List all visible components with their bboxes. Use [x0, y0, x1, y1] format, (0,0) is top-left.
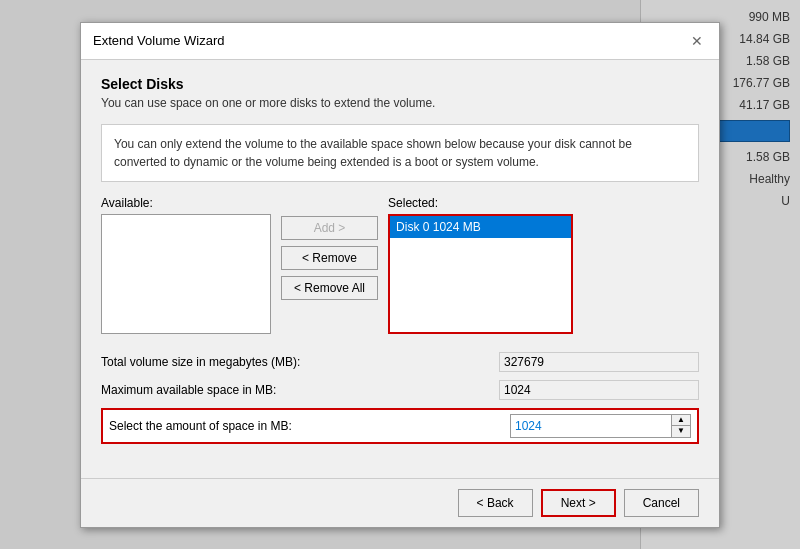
dialog-title: Extend Volume Wizard: [93, 33, 225, 48]
space-input[interactable]: [511, 417, 671, 435]
info-box: You can only extend the volume to the av…: [101, 124, 699, 182]
selected-disk-item[interactable]: Disk 0 1024 MB: [390, 216, 571, 238]
spin-input-container: ▲ ▼: [510, 414, 691, 438]
cancel-button[interactable]: Cancel: [624, 489, 699, 517]
extend-volume-dialog: Extend Volume Wizard ✕ Select Disks You …: [80, 22, 720, 528]
select-space-row: Select the amount of space in MB: ▲ ▼: [101, 408, 699, 444]
available-label: Available:: [101, 196, 271, 210]
spin-down-button[interactable]: ▼: [672, 426, 690, 437]
disk-selection-area: Available: Add > < Remove < Remove All S…: [101, 196, 699, 334]
total-volume-value: 327679: [499, 352, 699, 372]
max-space-label: Maximum available space in MB:: [101, 383, 499, 397]
back-button[interactable]: < Back: [458, 489, 533, 517]
close-button[interactable]: ✕: [687, 31, 707, 51]
dialog-footer: < Back Next > Cancel: [81, 478, 719, 527]
max-space-row: Maximum available space in MB: 1024: [101, 380, 699, 400]
available-col: Available:: [101, 196, 271, 334]
total-volume-row: Total volume size in megabytes (MB): 327…: [101, 352, 699, 372]
action-buttons: Add > < Remove < Remove All: [281, 196, 378, 300]
max-space-value: 1024: [499, 380, 699, 400]
section-title: Select Disks: [101, 76, 699, 92]
select-space-label: Select the amount of space in MB:: [109, 419, 510, 433]
total-volume-label: Total volume size in megabytes (MB):: [101, 355, 499, 369]
selected-col: Selected: Disk 0 1024 MB: [388, 196, 573, 334]
spin-buttons: ▲ ▼: [671, 415, 690, 437]
dialog-content: Select Disks You can use space on one or…: [81, 60, 719, 478]
selected-label: Selected:: [388, 196, 573, 210]
add-button[interactable]: Add >: [281, 216, 378, 240]
fields-area: Total volume size in megabytes (MB): 327…: [101, 352, 699, 444]
remove-button[interactable]: < Remove: [281, 246, 378, 270]
spin-up-button[interactable]: ▲: [672, 415, 690, 426]
remove-all-button[interactable]: < Remove All: [281, 276, 378, 300]
dialog-titlebar: Extend Volume Wizard ✕: [81, 23, 719, 60]
section-subtitle: You can use space on one or more disks t…: [101, 96, 699, 110]
available-listbox[interactable]: [101, 214, 271, 334]
next-button[interactable]: Next >: [541, 489, 616, 517]
selected-listbox[interactable]: Disk 0 1024 MB: [388, 214, 573, 334]
